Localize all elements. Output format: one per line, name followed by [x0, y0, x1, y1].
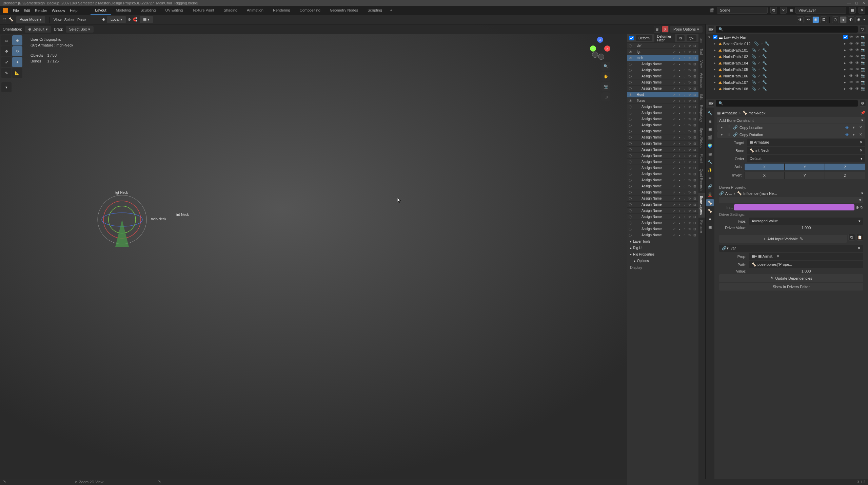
outliner-item[interactable]: ▸NurbsPath.101📎 ⟋ 🔧▸👁👁📷: [706, 47, 868, 53]
tab-animation[interactable]: Animation: [242, 6, 268, 15]
viewport-3d[interactable]: Orientation: ⊕ Default ▾ Drag: Select Bo…: [0, 24, 705, 485]
gizmo-neg2[interactable]: [598, 54, 604, 60]
snap-icon[interactable]: 🧲: [133, 17, 138, 22]
layer-assign-row[interactable]: ◌Assign Name⤢▸○↻⊡: [627, 165, 698, 171]
pan-icon[interactable]: ✋: [601, 72, 610, 81]
orientation-dropdown[interactable]: ⊕ Default ▾: [25, 26, 51, 33]
rig-ui-panel[interactable]: Rig UI: [627, 245, 698, 251]
outliner-item[interactable]: ▸NurbsPath.108📎 ⟋ 🔧▸👁👁📷: [706, 86, 868, 92]
layer-assign-row[interactable]: ◌Assign Name⤢▸○↻⊡: [627, 195, 698, 202]
layer-row[interactable]: 👁tgt⤢▸○↻⊡: [627, 49, 698, 55]
deformer-filter-button[interactable]: Deformer Filter: [654, 34, 675, 43]
layer-assign-row[interactable]: ◌Assign Name⤢▸○↻⊡: [627, 116, 698, 122]
gizmo-y[interactable]: Y: [590, 45, 596, 52]
influence-anim-icon[interactable]: ↻: [860, 205, 863, 210]
overlay-toggle-icon[interactable]: ◉: [812, 16, 819, 23]
layer-assign-row[interactable]: ◌Assign Name⤢▸○↻⊡: [627, 67, 698, 73]
layer-assign-row[interactable]: ◌Assign Name⤢▸○↻⊡: [627, 153, 698, 159]
filter-icon[interactable]: ▽▾: [687, 35, 696, 41]
gizmo-x[interactable]: X: [604, 45, 610, 52]
layer-row[interactable]: ◌def⤢▸○↻⊡: [627, 43, 698, 49]
snap-dropdown[interactable]: ▦ ▾: [140, 16, 153, 23]
gizmo-z[interactable]: Z: [597, 37, 603, 43]
scene-copy-icon[interactable]: ⧉: [770, 7, 777, 14]
tool-rotate[interactable]: ↻: [12, 46, 22, 56]
tab-shading[interactable]: Shading: [219, 6, 242, 15]
hide-icon[interactable]: 👁: [854, 35, 860, 39]
copy-icon[interactable]: ⧉: [677, 35, 685, 41]
tab-output[interactable]: 🖨: [706, 117, 714, 125]
deform-checkbox[interactable]: [629, 36, 634, 40]
tab-scene[interactable]: 🎬: [706, 134, 714, 141]
outliner-display-icon[interactable]: ▤▾: [708, 26, 714, 33]
props-display-icon[interactable]: ▤▾: [708, 100, 714, 107]
hidden-row1[interactable]: ▾: [719, 197, 863, 203]
xray-icon[interactable]: ⊡: [820, 16, 827, 23]
ntab-quad-remesh[interactable]: Quad Remesh: [698, 166, 705, 193]
paste-var-icon[interactable]: 📋: [856, 234, 863, 241]
add-constraint-dropdown[interactable]: Add Bone Constraint▾: [717, 117, 865, 124]
zoom-icon[interactable]: 🔍: [601, 62, 610, 71]
layer-assign-row[interactable]: ◌Assign Name⤢▸○↻⊡: [627, 79, 698, 86]
orient-dropdown[interactable]: Local ▾: [107, 16, 126, 23]
shading-solid-icon[interactable]: ●: [840, 16, 847, 23]
tab-render[interactable]: 🔧: [706, 109, 714, 117]
tool-move[interactable]: ✥: [1, 46, 12, 56]
tool-annotate[interactable]: ✎: [1, 68, 12, 78]
scene-field[interactable]: Scene: [717, 7, 768, 14]
layer-assign-row[interactable]: ◌Assign Name⤢▸○↻⊡: [627, 214, 698, 220]
layer-row[interactable]: 👁Root⤢▸○↻⊡: [627, 92, 698, 98]
tab-physics[interactable]: ⚛: [706, 174, 714, 182]
tab-data[interactable]: 💂: [706, 191, 714, 198]
menu-help[interactable]: Help: [70, 8, 78, 13]
tab-object[interactable]: ▦: [706, 150, 714, 157]
tool-measure[interactable]: 📐: [12, 68, 22, 78]
editor-type-icon[interactable]: ⬚: [3, 17, 6, 22]
tab-geometry-nodes[interactable]: Geometry Nodes: [325, 6, 363, 15]
ntab-edit[interactable]: Edit: [698, 91, 705, 102]
ntab-bone-layers[interactable]: Bone Layers: [698, 193, 705, 218]
tab-modifier[interactable]: 🔧: [706, 158, 714, 166]
tool-transform[interactable]: ✦: [12, 57, 22, 67]
tab-scripting[interactable]: Scripting: [363, 6, 387, 15]
eye-icon[interactable]: 👁: [844, 133, 850, 137]
tab-constraint-obj[interactable]: 🔗: [706, 183, 714, 190]
tool-scale[interactable]: ⤢: [1, 57, 12, 67]
pose-options-dropdown[interactable]: Pose Options ▾: [670, 26, 703, 33]
path-field[interactable]: 🦴 pose.bones["Prope...: [749, 261, 863, 268]
layer-assign-row[interactable]: ◌Assign Name⤢▸○↻⊡: [627, 73, 698, 79]
var-name-field[interactable]: 🔗▾var✕: [719, 245, 863, 252]
layer-assign-row[interactable]: ◌Assign Name⤢▸○↻⊡: [627, 208, 698, 214]
type-dropdown[interactable]: Averaged Value▾: [749, 218, 863, 225]
layer-assign-row[interactable]: ◌Assign Name⤢▸○↻⊡: [627, 159, 698, 165]
collection-name[interactable]: Low Poly Hair: [724, 35, 747, 39]
ntab-tool[interactable]: Tool: [698, 46, 705, 57]
ntab-speedretopo[interactable]: SpeedRetopo: [698, 125, 705, 151]
outliner-item[interactable]: ▸BezierCircle.012📎 ⟋ 🔧▸👁👁📷: [706, 40, 868, 47]
layer-delete-icon[interactable]: ✕: [859, 7, 865, 14]
menu-view[interactable]: View: [54, 18, 62, 22]
layer-assign-row[interactable]: ◌Assign Name⤢▸○↻⊡: [627, 171, 698, 177]
menu-render[interactable]: Render: [35, 8, 47, 13]
mirror-x-icon[interactable]: ⊞: [654, 26, 660, 33]
layer-assign-row[interactable]: ◌Assign Name⤢▸○↻⊡: [627, 177, 698, 183]
axis-y[interactable]: Y: [785, 163, 825, 171]
ntab-rename[interactable]: Rename: [698, 218, 705, 236]
tab-world[interactable]: 🌍: [706, 142, 714, 149]
blender-logo[interactable]: [3, 8, 8, 13]
layer-assign-row[interactable]: ◌Assign Name⤢▸○↻⊡: [627, 226, 698, 232]
layer-assign-row[interactable]: ◌Assign Name⤢▸○↻⊡: [627, 232, 698, 238]
shading-rendered-icon[interactable]: ◉: [855, 16, 862, 23]
tool-select-box[interactable]: ▭: [1, 35, 12, 45]
maximize-icon[interactable]: ◻: [855, 1, 858, 5]
bc-armature[interactable]: ▦ Armature: [717, 111, 737, 115]
add-input-variable-button[interactable]: + Add Input Variable ✎: [719, 235, 847, 243]
update-dependencies-button[interactable]: ↻ Update Dependencies: [719, 274, 863, 282]
delete-icon[interactable]: ✕: [858, 132, 863, 137]
camera-icon[interactable]: 📷: [601, 82, 610, 91]
layer-assign-row[interactable]: ◌Assign Name⤢▸○↻⊡: [627, 104, 698, 110]
ntab-view[interactable]: View: [698, 58, 705, 71]
ntab-fluent[interactable]: Fluent: [698, 151, 705, 166]
constraint-copy-location[interactable]: ▸⠿🔗 Copy Location 👁 ▾ ✕: [717, 124, 865, 131]
transform-orient-icon[interactable]: ⊕: [102, 17, 105, 22]
